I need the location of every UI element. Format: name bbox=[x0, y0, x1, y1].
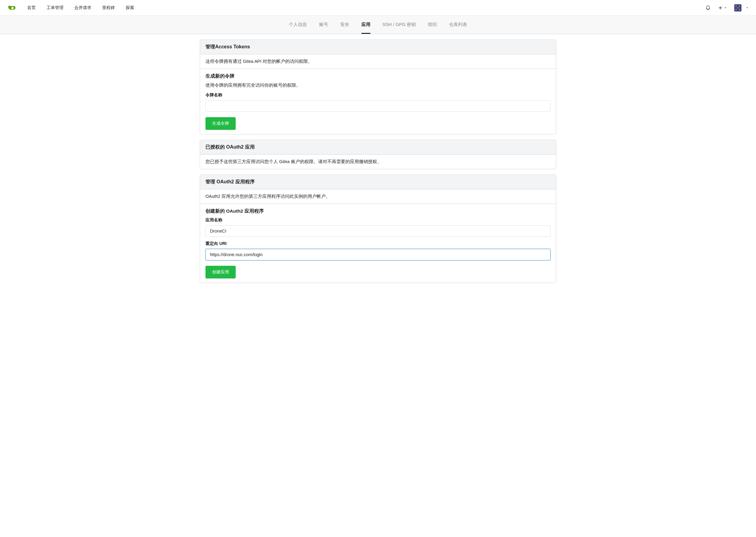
create-oauth-section: 创建新的 OAuth2 应用程序 应用名称 重定向 URI 创建应用 bbox=[200, 204, 556, 283]
gitea-logo-icon[interactable] bbox=[7, 4, 16, 12]
tab-applications[interactable]: 应用 bbox=[361, 22, 371, 34]
authorized-oauth-desc: 您已授予这些第三方应用访问您个人 Gitea 账户的权限。请对不再需要的应用撤销… bbox=[200, 155, 556, 169]
tab-ssh-gpg[interactable]: SSH / GPG 密钥 bbox=[382, 22, 416, 34]
generate-token-desc: 使用令牌的应用拥有完全访问你的账号的权限。 bbox=[205, 82, 551, 88]
redirect-uri-label: 重定向 URI bbox=[205, 241, 551, 246]
tab-security[interactable]: 安全 bbox=[340, 22, 349, 34]
nav-right bbox=[705, 4, 749, 12]
user-dropdown[interactable] bbox=[734, 4, 749, 12]
create-app-button[interactable]: 创建应用 bbox=[205, 266, 236, 278]
access-tokens-panel: 管理Access Tokens 这些令牌拥有通过 Gitea API 对您的帐户… bbox=[200, 40, 556, 134]
access-tokens-desc: 这些令牌拥有通过 Gitea API 对您的帐户的访问权限。 bbox=[200, 54, 556, 69]
nav-explore[interactable]: 探索 bbox=[126, 5, 134, 11]
generate-token-title: 生成新的令牌 bbox=[205, 73, 551, 79]
manage-oauth-header: 管理 OAuth2 应用程序 bbox=[200, 175, 556, 189]
plus-icon bbox=[718, 5, 723, 10]
nav-milestones[interactable]: 里程碑 bbox=[102, 5, 115, 11]
caret-down-icon bbox=[724, 6, 727, 9]
create-oauth-title: 创建新的 OAuth2 应用程序 bbox=[205, 208, 551, 215]
generate-token-button[interactable]: 生成令牌 bbox=[205, 117, 236, 130]
token-name-label: 令牌名称 bbox=[205, 92, 551, 98]
nav-left: 首页 工单管理 合并请求 里程碑 探索 bbox=[7, 4, 134, 12]
authorized-oauth-header: 已授权的 OAuth2 应用 bbox=[200, 140, 556, 155]
tab-account[interactable]: 账号 bbox=[319, 22, 328, 34]
nav-home[interactable]: 首页 bbox=[27, 5, 36, 11]
bell-icon bbox=[705, 5, 711, 11]
nav-issues[interactable]: 工单管理 bbox=[47, 5, 64, 11]
app-name-label: 应用名称 bbox=[205, 218, 551, 223]
top-nav: 首页 工单管理 合并请求 里程碑 探索 bbox=[0, 0, 756, 16]
tab-repositories[interactable]: 仓库列表 bbox=[449, 22, 467, 34]
tab-organizations[interactable]: 组织 bbox=[428, 22, 437, 34]
manage-oauth-desc: OAuth2 应用允许您的第三方应用程序访问此实例的用户帐户。 bbox=[200, 189, 556, 204]
tab-profile[interactable]: 个人信息 bbox=[289, 22, 307, 34]
authorized-oauth-panel: 已授权的 OAuth2 应用 您已授予这些第三方应用访问您个人 Gitea 账户… bbox=[200, 140, 556, 169]
manage-oauth-panel: 管理 OAuth2 应用程序 OAuth2 应用允许您的第三方应用程序访问此实例… bbox=[200, 175, 556, 283]
token-name-input[interactable] bbox=[205, 100, 551, 112]
caret-down-icon bbox=[746, 6, 749, 9]
nav-pulls[interactable]: 合并请求 bbox=[74, 5, 91, 11]
access-tokens-header: 管理Access Tokens bbox=[200, 40, 556, 54]
generate-token-section: 生成新的令牌 使用令牌的应用拥有完全访问你的账号的权限。 令牌名称 生成令牌 bbox=[200, 69, 556, 134]
redirect-uri-input[interactable] bbox=[205, 249, 551, 260]
notifications-button[interactable] bbox=[705, 5, 711, 11]
app-name-input[interactable] bbox=[205, 225, 551, 237]
avatar bbox=[734, 4, 741, 12]
settings-sub-nav: 个人信息 账号 安全 应用 SSH / GPG 密钥 组织 仓库列表 bbox=[0, 16, 756, 34]
content: 管理Access Tokens 这些令牌拥有通过 Gitea API 对您的帐户… bbox=[197, 40, 559, 283]
create-dropdown[interactable] bbox=[718, 5, 727, 10]
